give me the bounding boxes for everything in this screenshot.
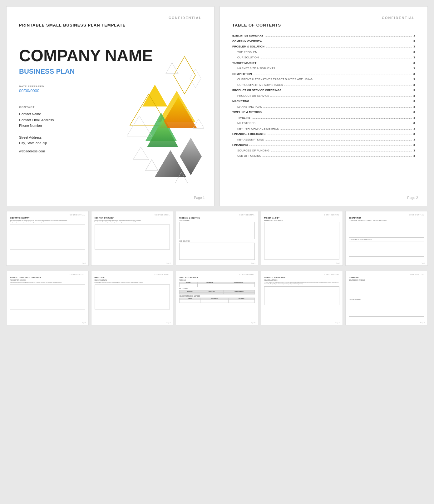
- thumb-title-6: TARGET MARKET: [264, 217, 340, 219]
- thumb-title-12: FINANCING: [349, 277, 424, 279]
- thumb-title-11: FINANCIAL FORECASTS: [264, 277, 340, 279]
- geo-shapes: [124, 53, 205, 191]
- thumb-confidential-6: CONFIDENTIAL: [264, 214, 340, 216]
- thumb-sub-12b: USE OF FUNDING: [349, 299, 424, 300]
- toc-title: TABLE OF CONTENTS: [232, 23, 415, 27]
- toc-item: THE PROBLEM3: [232, 50, 415, 55]
- thumbnails-row-2: CONFIDENTIAL PRODUCT OR SERVICE OFFERING…: [6, 271, 428, 325]
- thumb-pagenum-4: Page 4: [167, 262, 171, 264]
- thumb-confidential-10: CONFIDENTIAL: [179, 274, 255, 275]
- page-1-cover: CONFIDENTIAL PRINTABLE SMALL BUSINESS PL…: [6, 6, 215, 206]
- svg-marker-10: [180, 138, 202, 175]
- toc-item: PRODUCT OR SERVICE3: [232, 94, 415, 98]
- thumb-table-10c: ACTIVITYDESCRIPTIONKEY METRIC: [179, 298, 255, 303]
- page-number-2: Page 2: [407, 196, 418, 200]
- toc-item: FINANCING3: [232, 143, 415, 147]
- thumb-box-9: [95, 284, 170, 309]
- toc-item: COMPANY OVERVIEW3: [232, 39, 415, 44]
- thumb-page-7: CONFIDENTIAL COMPETITION CURRENT ALTERNA…: [345, 211, 428, 266]
- thumb-confidential-3: CONFIDENTIAL: [10, 214, 85, 216]
- thumb-pagenum-9: Page 9: [167, 322, 171, 324]
- toc-item: EXECUTIVE SUMMARY3: [232, 34, 415, 38]
- thumb-pagenum-5: Page 5: [251, 262, 255, 264]
- thumb-box-5b: [179, 243, 255, 260]
- thumb-title-10: TIMELINE & METRICS: [179, 277, 255, 279]
- thumb-sub-11: KEY ASSUMPTIONS: [264, 279, 340, 281]
- toc-item: SOURCES OF FUNDING3: [232, 149, 415, 153]
- thumb-box-5a: [179, 222, 255, 239]
- thumb-confidential-5: CONFIDENTIAL: [179, 214, 255, 216]
- toc-item: TIMELINE3: [232, 116, 415, 120]
- toc-item: OUR SOLUTION3: [232, 56, 415, 60]
- thumb-box-4: [95, 225, 170, 250]
- thumb-page-8: CONFIDENTIAL PRODUCT OR SERVICE OFFERING…: [6, 271, 89, 325]
- geometric-decoration: [124, 53, 205, 191]
- thumb-sub-7b: OUR COMPETITIVE ADVANTAGES: [349, 239, 424, 240]
- thumb-sub-5: THE PROBLEM: [179, 220, 255, 221]
- svg-marker-16: [190, 69, 201, 88]
- confidential-label-p2: CONFIDENTIAL: [232, 16, 415, 20]
- thumb-title-5: PROBLEM & SOLUTION: [179, 217, 255, 219]
- toc-item: MILESTONES3: [232, 121, 415, 126]
- toc-item: PROBLEM & SOLUTION3: [232, 45, 415, 49]
- thumb-box-7b: [349, 241, 424, 257]
- toc-item: USE OF FUNDING3: [232, 154, 415, 158]
- thumb-table-10b: MILESTONEDESCRIPTIONCOMPLETION DATE: [179, 290, 255, 294]
- thumb-page-9: CONFIDENTIAL MARKETING MARKETING PLAN De…: [91, 271, 174, 325]
- thumb-sub-10b: MILESTONES: [179, 288, 255, 289]
- thumb-table-10a: ACTIVITYDESCRIPTIONCOMPLETION DATE: [179, 282, 255, 287]
- toc-item: MARKETING PLAN3: [232, 105, 415, 109]
- toc-item: MARKETING3: [232, 99, 415, 104]
- thumb-sub-10a: TIMELINE: [179, 279, 255, 281]
- thumb-box-12a: [349, 282, 424, 297]
- thumb-confidential-8: CONFIDENTIAL: [10, 274, 85, 275]
- svg-marker-13: [145, 160, 158, 170]
- thumb-text-3: Write the executive plan and summarize a…: [10, 220, 85, 223]
- template-title: PRINTABLE SMALL BUSINESS PLAN TEMPLATE: [19, 23, 202, 27]
- svg-marker-11: [133, 147, 149, 160]
- toc-item: CURRENT ALTERNATIVES TARGET BUYERS ARE U…: [232, 77, 415, 82]
- thumb-pagenum-8: Page 8: [82, 322, 86, 324]
- large-pages-row: CONFIDENTIAL PRINTABLE SMALL BUSINESS PL…: [6, 6, 428, 206]
- toc-list: EXECUTIVE SUMMARY3COMPANY OVERVIEW3PROBL…: [232, 34, 415, 158]
- thumb-title-8: PRODUCT OR SERVICE OFFERINGS: [10, 277, 85, 279]
- toc-item: MARKET SIZE & SEGMENTS3: [232, 67, 415, 71]
- thumb-sub-7a: CURRENT ALTERNATIVES TARGET BUYERS ARE U…: [349, 220, 424, 221]
- toc-item: KEY PERFORMANCE METRICS3: [232, 127, 415, 131]
- page-2-toc: CONFIDENTIAL TABLE OF CONTENTS EXECUTIVE…: [219, 6, 428, 206]
- toc-item: TIMELINE & METRICS3: [232, 110, 415, 115]
- thumb-pagenum-10: Page 10: [251, 322, 255, 324]
- toc-item: FINANCIAL FORECASTS3: [232, 132, 415, 136]
- thumb-page-11: CONFIDENTIAL FINANCIAL FORECASTS KEY ASS…: [261, 271, 343, 325]
- thumb-confidential-4: CONFIDENTIAL: [95, 214, 170, 216]
- toc-item: KEY ASSUMPTIONS3: [232, 138, 415, 142]
- thumb-text-11: Fill in the subject your financial proje…: [264, 282, 340, 285]
- thumbnails-row-1: CONFIDENTIAL EXECUTIVE SUMMARY Write the…: [6, 211, 428, 266]
- thumb-page-12: CONFIDENTIAL FINANCING SOURCES OF FUNDIN…: [345, 271, 428, 325]
- svg-marker-1: [142, 85, 167, 106]
- thumb-sub-12a: SOURCES OF FUNDING: [349, 279, 424, 281]
- thumb-box-12b: [349, 301, 424, 317]
- thumb-pagenum-3: Page 3: [82, 262, 86, 264]
- toc-item: OUR COMPETITIVE ADVANTAGES3: [232, 83, 415, 87]
- thumb-box-7a: [349, 222, 424, 238]
- thumb-box-8: [10, 284, 85, 309]
- thumb-title-7: COMPETITION: [349, 217, 424, 219]
- confidential-label-p1: CONFIDENTIAL: [19, 16, 202, 20]
- thumb-sub-10c: KEY PERFORMANCE METRICS: [179, 295, 255, 297]
- thumb-title-3: EXECUTIVE SUMMARY: [10, 217, 85, 219]
- thumb-pagenum-7: Page 7: [421, 262, 425, 264]
- thumb-pagenum-6: Page 6: [336, 262, 340, 264]
- thumb-box-6: [264, 222, 340, 259]
- thumb-text-8: Describe the product or service you are …: [10, 282, 85, 283]
- thumb-confidential-9: CONFIDENTIAL: [95, 274, 170, 275]
- toc-item: TARGET MARKET3: [232, 61, 415, 66]
- thumb-page-4: CONFIDENTIAL COMPANY OVERVIEW Provide a …: [91, 211, 174, 266]
- thumb-pagenum-12: Page 12: [420, 322, 425, 324]
- main-container: CONFIDENTIAL PRINTABLE SMALL BUSINESS PL…: [6, 6, 428, 325]
- thumb-title-9: MARKETING: [95, 277, 170, 279]
- thumb-page-10: CONFIDENTIAL TIMELINE & METRICS TIMELINE…: [176, 271, 258, 325]
- thumb-page-3: CONFIDENTIAL EXECUTIVE SUMMARY Write the…: [6, 211, 89, 266]
- thumb-confidential-12: CONFIDENTIAL: [349, 274, 424, 275]
- thumb-sub-6: MARKET SIZE & SEGMENTS: [264, 220, 340, 221]
